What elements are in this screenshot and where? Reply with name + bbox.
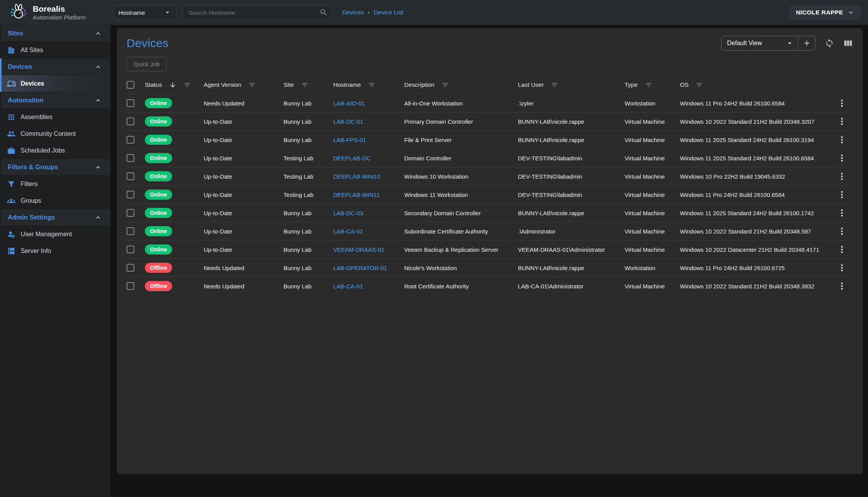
sidebar-item-scheduled-jobs[interactable]: Scheduled Jobs (2, 142, 110, 159)
refresh-button[interactable] (825, 39, 834, 48)
sidebar-section-admin-settings: Admin SettingsUser ManagementServer Info (0, 209, 110, 259)
column-header-type[interactable]: Type (625, 81, 680, 89)
hostname-link[interactable]: DEEPLAB-DC (333, 155, 371, 162)
row-actions-menu[interactable] (836, 226, 847, 237)
row-actions-menu[interactable] (836, 116, 847, 127)
type-value: Virtual Machine (625, 155, 665, 162)
status-cell: Online (145, 244, 204, 255)
section-label: Sites (8, 30, 23, 37)
sidebar-item-devices[interactable]: Devices (2, 75, 110, 92)
site-cell: Bunny Lab (283, 137, 333, 143)
column-header-status[interactable]: Status (145, 81, 204, 89)
sidebar-item-user-management[interactable]: User Management (2, 226, 110, 242)
site-cell: Bunny Lab (283, 228, 333, 235)
add-view-button[interactable] (798, 36, 815, 50)
row-actions-menu[interactable] (836, 171, 847, 182)
row-checkbox[interactable] (127, 191, 134, 198)
section-header-filters-groups[interactable]: Filters & Groups (2, 159, 110, 176)
select-all-checkbox[interactable] (127, 81, 134, 89)
hostname-link[interactable]: LAB-DC-01 (333, 118, 363, 125)
row-actions-menu[interactable] (836, 189, 847, 200)
last-user-cell: LAB-CA-01\Administrator (518, 283, 625, 290)
section-header-admin-settings[interactable]: Admin Settings (2, 209, 110, 226)
filter-icon-agent_version[interactable] (248, 81, 256, 89)
agent-version-value: Up-to-Date (204, 118, 232, 125)
hostname-link[interactable]: VEEAM-DRAAS-01 (333, 246, 384, 253)
row-checkbox[interactable] (127, 99, 134, 107)
sidebar-item-server-info[interactable]: Server Info (2, 242, 110, 259)
last-user-cell: BUNNY-LAB\nicole.rappe (518, 210, 625, 216)
row-actions-menu[interactable] (836, 134, 847, 145)
filter-icon-status[interactable] (183, 81, 191, 89)
column-header-description[interactable]: Description (404, 81, 518, 89)
last-user-value: BUNNY-LAB\nicole.rappe (518, 210, 584, 216)
breadcrumb-devices[interactable]: Devices (342, 9, 364, 16)
search-input[interactable] (188, 9, 319, 16)
hostname-link[interactable]: DEEPLAB-WIN10 (333, 173, 380, 180)
status-badge: Online (145, 171, 172, 181)
row-actions-menu[interactable] (836, 98, 847, 109)
filter-icon-description[interactable] (442, 81, 449, 89)
filter-icon-os[interactable] (695, 81, 703, 89)
sidebar-item-label: User Management (21, 231, 72, 238)
hostname-cell: LAB-DC-01 (333, 118, 404, 125)
column-header-hostname[interactable]: Hostname (333, 81, 404, 89)
sidebar-item-assemblies[interactable]: Assemblies (2, 109, 110, 125)
user-menu-button[interactable]: NICOLE RAPPE (790, 5, 861, 19)
row-checkbox[interactable] (127, 209, 134, 217)
hostname-link[interactable]: LAB-CA-02 (333, 228, 363, 235)
row-actions-menu[interactable] (836, 153, 847, 163)
hostname-link[interactable]: LAB-OPERATOR-01 (333, 265, 387, 271)
sidebar-item-groups[interactable]: Groups (2, 192, 110, 209)
column-header-last_user[interactable]: Last User (518, 81, 625, 89)
hostname-link[interactable]: LAB-DC-03 (333, 210, 363, 216)
filter-icon-site[interactable] (301, 81, 308, 89)
row-checkbox[interactable] (127, 154, 134, 162)
section-header-automation[interactable]: Automation (2, 92, 110, 109)
row-actions-menu[interactable] (836, 281, 847, 292)
row-checkbox[interactable] (127, 136, 134, 144)
description-value: Nicole's Workstation (404, 265, 457, 271)
hostname-link[interactable]: LAB-FPS-01 (333, 137, 366, 143)
sidebar-item-all-sites[interactable]: All Sites (2, 42, 110, 58)
sidebar-item-community-content[interactable]: Community Content (2, 125, 110, 142)
column-header-agent_version[interactable]: Agent Version (204, 81, 283, 89)
search-field-selector[interactable]: Hostname (113, 5, 176, 19)
agent-version-value: Up-to-Date (204, 173, 232, 180)
row-checkbox[interactable] (127, 172, 134, 180)
section-header-sites[interactable]: Sites (2, 25, 110, 42)
row-actions-menu[interactable] (836, 244, 847, 255)
quick-job-button[interactable]: Quick Job (127, 57, 167, 71)
column-label: Description (404, 81, 435, 88)
section-header-devices[interactable]: Devices (2, 58, 110, 75)
chevron-down-icon (847, 9, 855, 16)
row-checkbox[interactable] (127, 282, 134, 290)
breadcrumb-device-list[interactable]: Device List (374, 9, 403, 16)
column-header-os[interactable]: OS (680, 81, 831, 89)
os-cell: Windows 11 Pro 24H2 Build 26100.6725 (680, 265, 831, 271)
status-badge: Online (145, 190, 172, 200)
view-selector[interactable]: Default View (722, 36, 798, 50)
description-cell: Windows 11 Workstation (404, 191, 518, 198)
column-label: Site (283, 81, 294, 88)
row-checkbox[interactable] (127, 118, 134, 125)
row-actions-menu[interactable] (836, 262, 847, 273)
filter-icon-hostname[interactable] (368, 81, 375, 89)
hostname-link[interactable]: DEEPLAB-WIN11 (333, 191, 380, 198)
status-badge: Offline (145, 263, 172, 273)
columns-button[interactable] (843, 39, 853, 48)
hostname-link[interactable]: LAB-CA-01 (333, 283, 363, 290)
hostname-cell: LAB-DC-03 (333, 210, 404, 216)
devices-table: StatusAgent VersionSiteHostnameDescripti… (127, 76, 853, 295)
row-checkbox[interactable] (127, 264, 134, 272)
hostname-link[interactable]: LAB-AIO-01 (333, 100, 365, 107)
filter-icon-last_user[interactable] (551, 81, 558, 89)
search-icon[interactable] (319, 8, 328, 17)
row-actions-menu[interactable] (836, 207, 847, 218)
filter-icon-type[interactable] (645, 81, 652, 89)
row-checkbox[interactable] (127, 246, 134, 253)
last-user-value: .\Administrator (518, 228, 556, 235)
column-header-site[interactable]: Site (283, 81, 333, 89)
sidebar-item-filters[interactable]: Filters (2, 176, 110, 192)
row-checkbox[interactable] (127, 227, 134, 235)
